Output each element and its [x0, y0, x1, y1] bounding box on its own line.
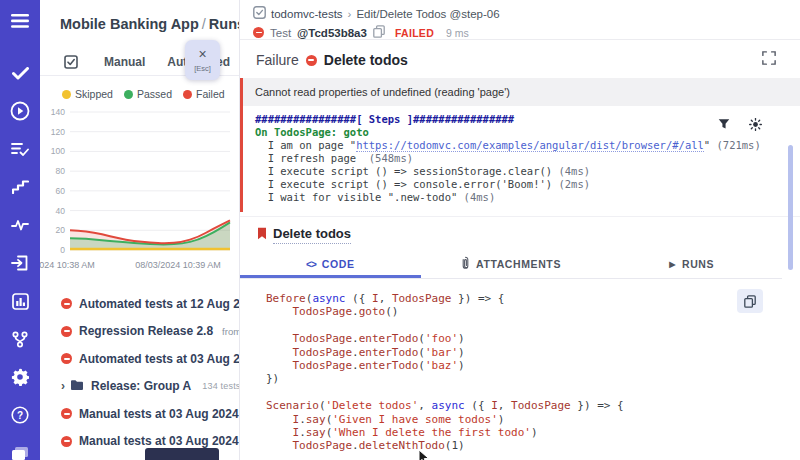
code-line	[266, 386, 800, 399]
theme-icon[interactable]	[749, 118, 762, 134]
svg-text:120: 120	[51, 127, 65, 137]
legend-item[interactable]: Skipped	[62, 88, 113, 100]
project-name[interactable]: Mobile Banking App	[60, 16, 199, 32]
legend-dot	[62, 90, 71, 99]
test-detail-heading: Delete todos	[240, 226, 800, 244]
step-line: I wait for visible ".new-todo" (4ms)	[255, 191, 788, 204]
code-line: TodosPage.deleteNthTodo(1)	[266, 439, 800, 452]
code-line	[266, 319, 800, 332]
test-title[interactable]: Delete todos	[273, 226, 351, 244]
title-separator: /	[199, 16, 209, 32]
steps-log: ################[ Steps ]###############…	[240, 106, 800, 212]
sidebar: ? T	[0, 0, 40, 460]
failure-card: Failure Delete todos Cannot read propert…	[240, 40, 800, 217]
breadcrumb-separator: ›	[348, 8, 352, 20]
activity-icon[interactable]	[9, 214, 31, 236]
step-line: I refresh page (548ms)	[255, 152, 788, 165]
run-list-item[interactable]: Automated tests at 03 Aug 2024 10	[40, 345, 239, 373]
runs-list: Automated tests at 12 Aug 2024 05Regress…	[40, 290, 239, 460]
tab-runs-label: RUNS	[682, 258, 714, 270]
filter-icon[interactable]	[718, 118, 730, 134]
step-line: On TodosPage: goto	[255, 126, 788, 139]
run-list-item[interactable]: ›Release: Group A134 tests 54 m	[40, 373, 239, 401]
status-badge: FAILED	[395, 27, 434, 39]
suite-icon	[253, 6, 266, 21]
svg-text:0: 0	[60, 245, 65, 255]
code-icon: <>	[306, 259, 316, 270]
failed-status-icon	[253, 27, 264, 38]
tab-manual[interactable]: Manual	[104, 55, 145, 69]
run-list-item[interactable]: Regression Release 2.8from Regressi	[40, 318, 239, 346]
failure-test-title: Delete todos	[324, 52, 408, 68]
select-runs-icon[interactable]	[60, 51, 82, 73]
help-icon[interactable]: ?	[9, 404, 31, 426]
step-line: I execute script () => sessionStorage.cl…	[255, 165, 788, 178]
breadcrumb-path[interactable]: Edit/Delete Todos @step-06	[356, 8, 499, 20]
run-label: Manual tests at 03 Aug 2024 10:42	[79, 434, 239, 448]
branch-icon[interactable]	[9, 328, 31, 350]
failed-status-icon	[61, 353, 72, 364]
code-line: TodosPage.enterTodo('foo')	[266, 332, 800, 345]
run-list-item[interactable]: Manual tests at 03 Aug 2024 10:43	[40, 400, 239, 428]
tab-code[interactable]: <> CODE	[240, 253, 421, 278]
svg-text:20: 20	[56, 225, 66, 235]
tab-attachments[interactable]: ATTACHMENTS	[421, 253, 602, 278]
test-id[interactable]: @Tcd53b8a3	[297, 27, 367, 39]
test-list-icon[interactable]	[9, 138, 31, 160]
breadcrumb: todomvc-tests › Edit/Delete Todos @step-…	[253, 6, 800, 21]
legend-dot	[183, 90, 192, 99]
step-line: ################[ Steps ]###############…	[255, 113, 788, 126]
test-duration: 9 ms	[446, 27, 469, 39]
code-line: TodosPage.enterTodo('baz')	[266, 359, 800, 372]
failed-status-icon	[61, 326, 72, 337]
failure-label: Failure	[256, 52, 299, 68]
test-label: Test	[270, 27, 291, 39]
check-icon[interactable]	[9, 62, 31, 84]
svg-text:60: 60	[56, 186, 66, 196]
failure-panel: todomvc-tests › Edit/Delete Todos @step-…	[240, 0, 800, 460]
breadcrumb-suite[interactable]: todomvc-tests	[271, 8, 343, 20]
legend-item[interactable]: Passed	[124, 88, 172, 100]
test-id-row: Test @Tcd53b8a3 FAILED 9 ms	[253, 25, 800, 40]
failed-status-icon	[61, 436, 72, 447]
esc-hint: [Esc]	[194, 64, 211, 73]
scrollbar[interactable]	[788, 145, 793, 270]
chevron-right-icon[interactable]: ›	[61, 379, 65, 393]
code-viewer: Before(async ({ I, TodosPage }) => { Tod…	[240, 279, 800, 460]
svg-text:140: 140	[51, 107, 65, 117]
runs-chart: 14012010080604020008/03/2024 10:38 AM08/…	[40, 102, 239, 286]
failure-heading: Failure Delete todos	[240, 40, 800, 78]
partial-tooltip	[145, 448, 219, 460]
test-detail-section: Delete todos <> CODE ATTACHMENTS ▶ RUNS	[240, 217, 800, 460]
settings-icon[interactable]	[9, 366, 31, 388]
copy-test-id-icon[interactable]	[373, 25, 385, 40]
code-line: I.say('Given I have some todos')	[266, 413, 800, 426]
run-label: Manual tests at 03 Aug 2024 10:43	[79, 407, 239, 421]
page-title: Mobile Banking App/Runs	[40, 0, 239, 32]
run-label: Regression Release 2.8	[79, 324, 213, 338]
run-list-item[interactable]: Automated tests at 12 Aug 2024 05	[40, 290, 239, 318]
test-header: todomvc-tests › Edit/Delete Todos @step-…	[240, 0, 800, 40]
page-name: Runs	[209, 16, 240, 32]
copy-code-button[interactable]	[737, 289, 763, 313]
tab-attachments-label: ATTACHMENTS	[476, 258, 561, 270]
steps-toolbar	[718, 118, 762, 134]
detail-tab-bar: <> CODE ATTACHMENTS ▶ RUNS	[240, 253, 782, 279]
svg-text:40: 40	[56, 206, 66, 216]
close-overlay-button[interactable]: × [Esc]	[185, 40, 220, 80]
play-icon: ▶	[669, 260, 676, 269]
fullscreen-icon[interactable]	[762, 51, 776, 69]
tab-runs[interactable]: ▶ RUNS	[601, 253, 782, 278]
svg-text:80: 80	[56, 166, 66, 176]
svg-text:?: ?	[17, 410, 23, 421]
code-line	[266, 453, 800, 460]
failed-status-icon	[61, 298, 72, 309]
play-circle-icon[interactable]	[9, 100, 31, 122]
sign-in-icon[interactable]	[9, 252, 31, 274]
legend-item[interactable]: Failed	[183, 88, 225, 100]
projects-icon[interactable]	[9, 442, 31, 460]
menu-icon[interactable]	[9, 10, 31, 32]
steps-icon[interactable]	[9, 176, 31, 198]
run-source: from Regressi	[222, 326, 239, 337]
analytics-icon[interactable]	[9, 290, 31, 312]
